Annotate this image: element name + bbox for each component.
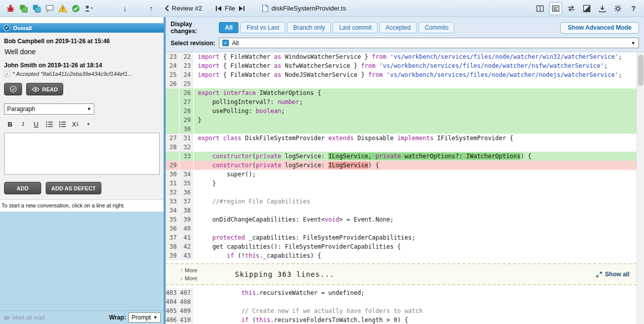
code-text: export class DiskFileSystemProvider exte… xyxy=(194,134,636,143)
tab-last-commit[interactable]: Last commit xyxy=(333,22,377,33)
file-tab-label: diskFileSystemProvider.ts xyxy=(272,5,346,12)
code-line[interactable]: 404408 xyxy=(166,297,636,306)
wrap-select[interactable]: Prompt ▼ xyxy=(128,312,161,322)
unified-view-button[interactable] xyxy=(549,2,562,15)
bullet-list-button[interactable] xyxy=(56,119,68,130)
code-line[interactable]: 2322import { FileWatcher as WindowsWatch… xyxy=(166,52,636,61)
code-line[interactable]: 406410 if (this.recursiveFoldersToWatch.… xyxy=(166,315,636,324)
code-line[interactable]: 28 usePolling: boolean; xyxy=(166,106,636,116)
collaborator-bug-icon[interactable] xyxy=(4,2,17,15)
user-menu-icon[interactable] xyxy=(82,2,95,15)
code-text xyxy=(194,224,636,233)
code-line[interactable]: 3337 //#region File Capabilities xyxy=(166,197,636,206)
code-line[interactable]: 3034 super(); xyxy=(166,170,636,179)
add-as-defect-button[interactable]: ADD AS DEFECT xyxy=(46,182,101,194)
expand-icon xyxy=(596,271,602,278)
code-line[interactable]: 2625 xyxy=(166,79,636,88)
underline-button[interactable]: U xyxy=(30,119,42,130)
code-line[interactable]: 3438 xyxy=(166,206,636,215)
diff-overlay-button[interactable] xyxy=(580,2,593,15)
tab-all[interactable]: All xyxy=(219,22,238,33)
code-scrollbar[interactable] xyxy=(636,52,644,324)
warning-icon[interactable] xyxy=(56,2,69,15)
review-back-nav[interactable]: Review #2 xyxy=(165,5,202,12)
code-line[interactable]: 2423import { FileWatcher as NsfwWatcherS… xyxy=(166,61,636,70)
read-button[interactable]: READ xyxy=(26,83,63,95)
file-tab[interactable]: diskFileSystemProvider.ts xyxy=(258,3,350,14)
code-line[interactable]: 2832 xyxy=(166,143,636,152)
previous-change-button[interactable]: ↓ xyxy=(118,2,132,15)
code-line[interactable]: 403407 this.recursiveWatcher = undefined… xyxy=(166,288,636,297)
code-text: get capabilities(): FileSystemProviderCa… xyxy=(194,242,636,251)
more-down-label: More xyxy=(185,275,197,281)
paragraph-style-select[interactable]: Paragraph ▼ xyxy=(4,103,94,115)
help-button[interactable]: ? xyxy=(627,2,640,15)
show-advanced-mode-button[interactable]: Show Advanced Mode xyxy=(560,22,639,34)
new-line-number: 24 xyxy=(180,70,194,79)
subscript-button[interactable]: X1 xyxy=(69,119,81,130)
circle-check-icon xyxy=(10,85,17,93)
last-file-icon[interactable] xyxy=(238,6,245,12)
code-line[interactable]: 33 constructor(private logService: ILogS… xyxy=(166,152,636,161)
new-comment-input[interactable] xyxy=(4,133,160,175)
code-line[interactable]: 3539 onDidChangeCapabilities: Event<void… xyxy=(166,215,636,224)
tab-accepted[interactable]: Accepted xyxy=(379,22,417,33)
more-links: ↑ More ↓ More xyxy=(166,267,214,282)
code-line[interactable]: 2524import { FileWatcher as NodeJSWatche… xyxy=(166,70,636,79)
overall-header[interactable]: ✓ Overall xyxy=(0,23,164,33)
code-line[interactable]: 2731export class DiskFileSystemProvider … xyxy=(166,134,636,143)
old-line-number: 404 xyxy=(166,297,180,306)
code-line[interactable]: 3943 if (!this._capabilities) { xyxy=(166,251,636,260)
new-line-number: 41 xyxy=(180,233,194,242)
more-down-link[interactable]: ↓ More xyxy=(180,275,214,282)
code-line[interactable]: 3236 xyxy=(166,188,636,197)
revision-dropdown[interactable]: ✓ All ▼ xyxy=(219,38,639,48)
next-change-button[interactable]: ↑ xyxy=(145,2,158,15)
code-text: onDidChangeCapabilities: Event<void> = E… xyxy=(194,215,636,224)
italic-button[interactable]: I xyxy=(17,119,29,130)
accept-check-icon[interactable] xyxy=(69,2,82,15)
format-more-button[interactable]: ▾ xyxy=(82,119,94,130)
overall-check-icon: ✓ xyxy=(4,25,10,31)
scrollbar-thumb[interactable] xyxy=(638,55,643,86)
comment-body: Well done xyxy=(5,48,160,56)
new-line-number: 43 xyxy=(180,251,194,260)
first-file-icon[interactable] xyxy=(215,6,222,12)
code-line[interactable]: 3842 get capabilities(): FileSystemProvi… xyxy=(166,242,636,251)
code-line[interactable]: 30 xyxy=(166,125,636,134)
code-line[interactable]: 29} xyxy=(166,116,636,125)
tab-commits[interactable]: Commits xyxy=(419,22,454,33)
code-line[interactable]: 27 pollingInterval?: number; xyxy=(166,97,636,106)
compare-revisions-button[interactable] xyxy=(565,2,578,15)
code-diff-area: 2322import { FileWatcher as WindowsWatch… xyxy=(166,52,644,324)
tab-first-vs-last[interactable]: First vs Last xyxy=(240,22,285,33)
download-button[interactable] xyxy=(596,2,609,15)
tab-branch-only[interactable]: Branch only xyxy=(287,22,331,33)
bold-button[interactable]: B xyxy=(4,119,16,130)
old-line-number xyxy=(166,116,180,125)
show-all-button[interactable]: Show all xyxy=(596,271,636,278)
acknowledge-button[interactable] xyxy=(4,83,22,95)
code-line[interactable]: 26export interface IWatcherOptions { xyxy=(166,88,636,97)
new-line-number: 29 xyxy=(180,116,194,125)
chat-bubble-icon[interactable] xyxy=(43,2,56,15)
settings-button[interactable] xyxy=(611,2,624,15)
code-text: import { FileWatcher as NodeJSWatcherSer… xyxy=(194,70,636,79)
changelist-green-icon[interactable] xyxy=(17,2,30,15)
code-line[interactable]: 3135 } xyxy=(166,179,636,188)
add-button[interactable]: ADD xyxy=(4,182,41,194)
ordered-list-button[interactable] xyxy=(43,119,55,130)
code-line[interactable]: 3741 protected _capabilities: FileSystem… xyxy=(166,233,636,242)
sidebar-empty-area xyxy=(0,212,164,310)
chat-threads-icon[interactable] xyxy=(30,2,43,15)
paragraph-select-value: Paragraph xyxy=(7,105,35,113)
code-line[interactable]: 405409 // Create new if we actually have… xyxy=(166,306,636,315)
side-by-side-view-button[interactable] xyxy=(534,2,547,15)
more-up-link[interactable]: ↑ More xyxy=(180,267,214,274)
mark-all-read-button[interactable]: Mark all read xyxy=(3,314,45,320)
code-text xyxy=(194,125,636,134)
revision-checkbox[interactable]: ✓ xyxy=(222,40,229,46)
more-up-label: More xyxy=(185,267,197,273)
code-line[interactable]: 29 constructor(private logService: ILogS… xyxy=(166,161,636,170)
code-line[interactable]: 3640 xyxy=(166,224,636,233)
